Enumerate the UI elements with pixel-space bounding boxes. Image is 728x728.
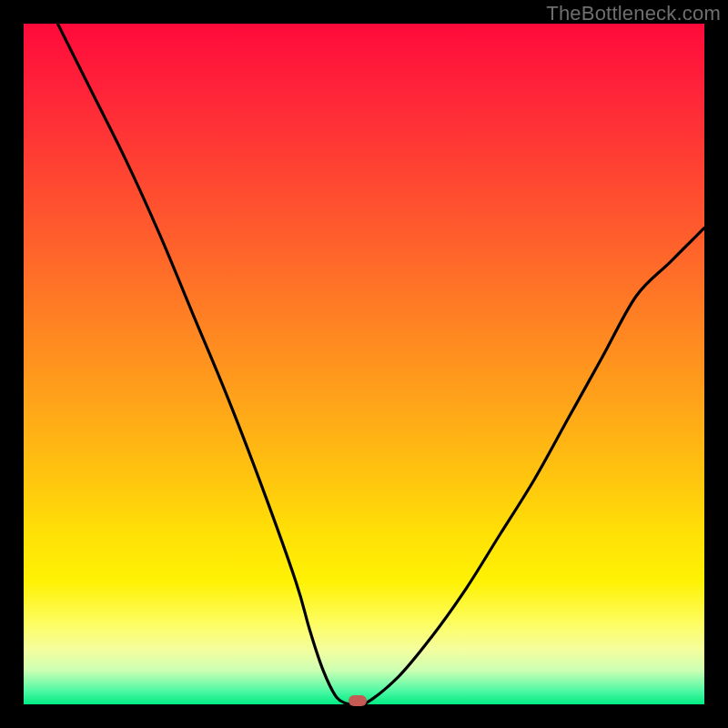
minimum-marker [349,695,367,706]
watermark: TheBottleneck.com [546,2,721,25]
plot-area [24,24,704,704]
bottleneck-curve [24,24,704,704]
chart-frame: TheBottleneck.com [0,0,728,728]
